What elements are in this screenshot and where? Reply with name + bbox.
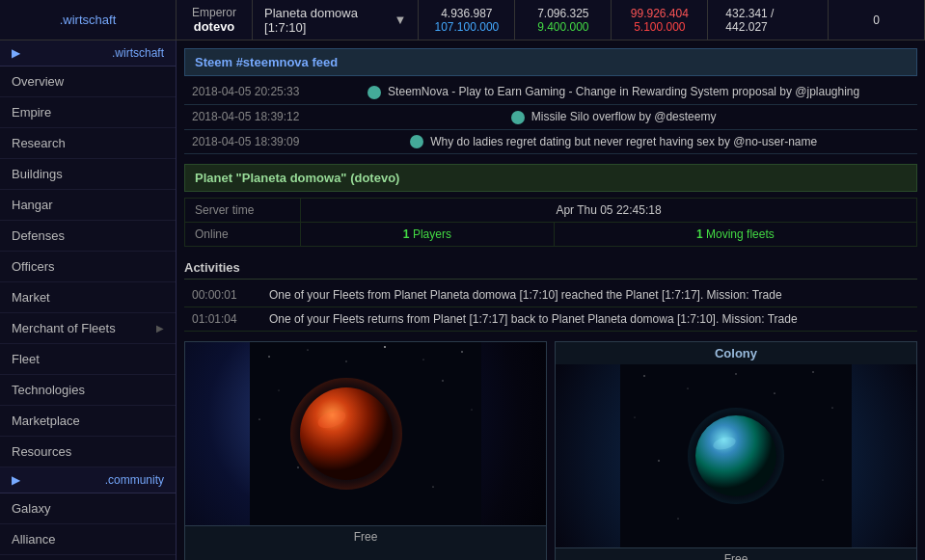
sidebar-section-community[interactable]: ▶ .community [0,467,176,493]
players-label: Players [413,227,451,241]
steem-msg-2: Why do ladies regret dating but never re… [310,129,917,154]
planet-card-main[interactable]: Free [184,341,547,560]
sidebar-item-galaxy-label: Galaxy [12,501,50,516]
sidebar-item-marketplace[interactable]: Marketplace [0,406,176,437]
sidebar-item-buildings-label: Buildings [12,167,63,181]
svg-point-18 [688,388,689,389]
player-name: dotevo [194,19,235,34]
moving-fleets-label: Moving fleets [706,227,775,241]
sidebar-item-officers-label: Officers [12,259,55,274]
svg-point-26 [677,519,678,520]
sidebar-item-resources-label: Resources [12,444,71,459]
sidebar-item-alliance-label: Alliance [12,532,56,547]
stat-deuterium-bottom: 5.100.000 [634,20,685,34]
sidebar-item-buildings[interactable]: Buildings [0,159,176,190]
planet-card-colony-title: Colony [556,342,916,364]
steem-entry-0[interactable]: 2018-04-05 20:25:33 SteemNova - Play to … [184,80,917,104]
stat-crystal: 7.096.325 9.400.000 [515,0,612,40]
steem-msg-1: Missile Silo overflow by @desteemy [310,104,917,129]
steem-feed-header: Steem #steemnova feed [184,48,917,76]
sidebar-item-technologies-label: Technologies [12,383,85,397]
activities-header: Activities [184,254,917,280]
activity-row-0: 00:00:01 One of your Fleets from Planet … [184,283,917,307]
sidebar-item-research-label: Research [12,136,66,150]
sidebar-item-overview[interactable]: Overview [0,67,176,97]
sidebar-item-merchant[interactable]: Merchant of Fleets ▶ [0,313,176,344]
svg-point-14 [300,387,393,480]
svg-point-8 [442,381,443,382]
dropdown-arrow: ▼ [394,13,406,27]
sidebar-item-officers[interactable]: Officers [0,252,176,282]
top-bar: .wirtschaft Emperor dotevo Planeta domow… [0,0,925,40]
stat-metal: 4.936.987 107.100.000 [419,0,515,40]
sidebar-section-community-name: .community [105,473,164,487]
moving-fleets-count: 1 [696,227,703,241]
stars-svg-colony [556,364,916,547]
planet-info-header: Planet "Planeta domowa" (dotevo) [184,164,917,192]
sidebar-item-market[interactable]: Market [0,282,176,313]
logo: .wirtschaft [0,0,177,40]
svg-point-7 [279,390,280,391]
sidebar-item-resources[interactable]: Resources [0,437,176,467]
svg-point-25 [823,480,824,481]
svg-point-24 [658,461,659,462]
steem-entry-2[interactable]: 2018-04-05 18:39:09 Why do ladies regret… [184,129,917,154]
stat-points: 432.341 / 442.027 [708,0,829,40]
steem-feed-table: 2018-04-05 20:25:33 SteemNova - Play to … [184,80,917,154]
server-time-value: Apr Thu 05 22:45:18 [301,199,917,223]
stat-extra-top: 0 [873,13,880,27]
sidebar-item-research[interactable]: Research [0,128,176,159]
planet-img-main [185,342,546,525]
planet-bg-main [185,342,546,525]
sidebar-section-wirtschaft-label: ▶ [12,46,20,60]
svg-point-17 [643,376,644,377]
planet-card-main-label: Free [185,525,546,547]
content-area: Steem #steemnova feed 2018-04-05 20:25:3… [177,40,925,560]
activity-msg-1: One of your Fleets returns from Planet [… [261,307,917,332]
sidebar-section-wirtschaft[interactable]: ▶ .wirtschaft [0,40,176,67]
sidebar-item-alliance[interactable]: Alliance [0,524,176,555]
planet-selector-text: Planeta domowa [1:7:10] [264,6,388,35]
steem-icon-1 [511,111,525,124]
steem-entry-1[interactable]: 2018-04-05 18:39:12 Missile Silo overflo… [184,104,917,129]
planet-info-table: Server time Apr Thu 05 22:45:18 Online 1… [184,198,917,247]
sidebar-item-empire-label: Empire [12,105,51,120]
top-stats: Emperor dotevo Planeta domowa [1:7:10] ▼… [177,0,925,40]
server-time-label: Server time [185,199,301,223]
sidebar-item-marketplace-label: Marketplace [12,413,80,428]
planet-card-colony[interactable]: Colony [555,341,917,560]
sidebar-item-forum[interactable]: Forum [0,555,176,560]
activities-table: 00:00:01 One of your Fleets from Planet … [184,283,917,332]
content-inner: Steem #steemnova feed 2018-04-05 20:25:3… [177,40,925,560]
logo-text: .wirtschaft [60,13,117,27]
steem-msg-0: SteemNova - Play to Earn Gaming - Change… [310,80,917,104]
planet-img-colony [556,364,916,547]
sidebar-item-hangar-label: Hangar [12,198,53,212]
sidebar-section-community-arrow: ▶ [12,473,20,487]
sidebar-item-galaxy[interactable]: Galaxy [0,493,176,524]
planet-bg-colony [556,364,916,547]
sidebar-item-technologies[interactable]: Technologies [0,375,176,406]
sidebar-item-empire[interactable]: Empire [0,97,176,128]
sidebar-item-merchant-arrow: ▶ [156,323,164,333]
svg-point-28 [695,415,776,496]
planet-cards-row: Free Colony [184,341,917,560]
svg-point-21 [812,372,813,373]
svg-point-2 [307,350,308,351]
players-count: 1 [403,227,410,241]
online-label: Online [185,223,301,247]
sidebar-item-overview-label: Overview [12,74,64,89]
activities-title: Activities [184,260,240,275]
players-value: 1 Players [301,223,555,247]
sidebar-item-hangar[interactable]: Hangar [0,190,176,221]
sidebar-item-fleet[interactable]: Fleet [0,344,176,375]
sidebar-item-defenses[interactable]: Defenses [0,221,176,252]
stat-metal-top: 4.936.987 [441,7,492,20]
steem-icon-0 [367,86,381,99]
svg-point-19 [735,374,737,376]
sidebar-item-market-label: Market [12,290,50,305]
svg-point-10 [472,410,473,411]
planet-selector[interactable]: Planeta domowa [1:7:10] ▼ [253,0,419,40]
svg-point-20 [774,393,775,394]
stat-points-top: 432.341 / 442.027 [725,7,810,34]
